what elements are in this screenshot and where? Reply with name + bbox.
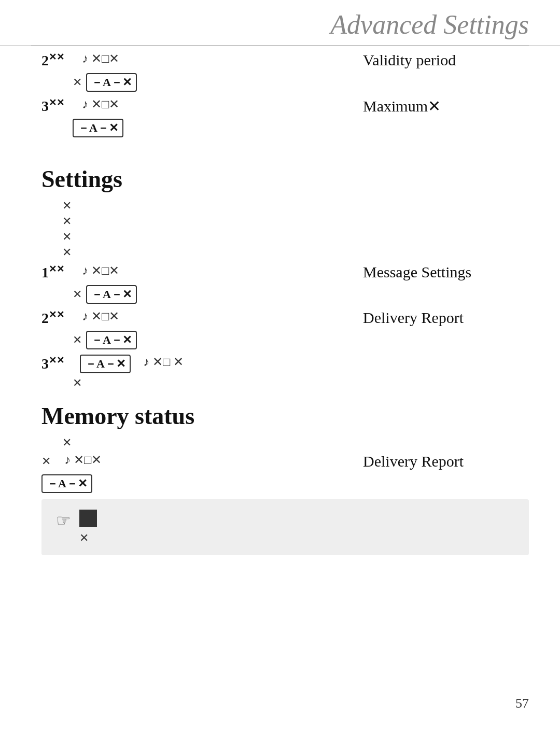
row-group-validity: 2✕✕ ♪ ✕□✕ Validity period ✕ －A－✕ [41,51,529,92]
main-content: Settings ✕ ✕ ✕ ✕ 1✕✕ ♪ ✕□✕ Message Setti… [0,143,560,576]
memory-symbol-row: ✕ [62,436,529,449]
cam-badge-3: －A－✕ [73,119,123,137]
cam-badge-mem: －A－✕ [41,474,529,493]
mem-row-icons: ♪ ✕□✕ [64,453,102,467]
symbol-2: ✕ [62,215,72,228]
entry-row-msg: 1✕✕ ♪ ✕□✕ Message Settings [41,263,529,282]
symbol-row-2: ✕ [62,215,529,228]
row-icons-2: ♪ ✕□✕ [82,51,120,66]
settings-entry-3: 3✕✕ －A－✕ ♪ ✕□ ✕ ✕ [41,355,529,390]
settings-entry-1: 1✕✕ ♪ ✕□✕ Message Settings ✕ －A－✕ [41,263,529,304]
note-content: ✕ [79,510,97,545]
mem-row-label-delivery: Delivery Report [363,453,529,470]
note-box: ☞ ✕ [41,499,529,555]
row-label-msg: Message Settings [363,263,529,281]
entry-row-2: 2✕✕ ♪ ✕□✕ Validity period [41,51,529,70]
note-symbol: ✕ [79,531,89,544]
row-label-delivery: Delivery Report [363,309,529,327]
row-icons-delivery: ♪ ✕□✕ [82,309,120,323]
page-number: 57 [515,696,529,711]
sub-row-maximum: －A－✕ [73,119,529,137]
memory-status-heading: Memory status [41,402,529,430]
cam-badge-msg: －A－✕ [86,285,137,304]
settings-entry-2: 2✕✕ ♪ ✕□✕ Delivery Report ✕ －A－✕ [41,309,529,349]
sub-symbol-delivery: ✕ [73,333,82,347]
page-header: Advanced Settings [0,0,560,46]
entry-row-3b: 3✕✕ －A－✕ ♪ ✕□ ✕ [41,355,529,373]
note-image [79,510,97,527]
symbol-1: ✕ [62,199,72,212]
row-group-maximum: 3✕✕ ♪ ✕□✕ Maximum✕ －A－✕ [41,97,529,137]
row-label-validity: Validity period [363,51,529,69]
sub-symbol-msg: ✕ [73,288,82,301]
top-entries: 2✕✕ ♪ ✕□✕ Validity period ✕ －A－✕ 3✕✕ ♪ ✕… [0,46,560,137]
entry-row-delivery: 2✕✕ ♪ ✕□✕ Delivery Report [41,309,529,328]
row-icons-3: ♪ ✕□✕ [82,97,120,111]
cam-badge-2: －A－✕ [86,73,137,92]
row-icons-msg: ♪ ✕□✕ [82,263,120,278]
symbol-4: ✕ [62,246,72,259]
sub-row-validity: ✕ －A－✕ [73,73,529,92]
symbol-3: ✕ [62,230,72,243]
row-icons-3b: ♪ ✕□ ✕ [143,355,184,369]
note-image-placeholder [79,510,97,529]
row-number-2: 2✕✕ [41,51,73,69]
note-icon: ☞ [56,511,71,530]
row-number-3b: 3✕✕ [41,355,73,372]
row-number-delivery: 2✕✕ [41,309,73,327]
memory-symbol: ✕ [62,436,72,449]
cam-badge-3b: －A－✕ [80,355,134,373]
page-title: Advanced Settings [330,10,529,39]
sub-row-3b: ✕ [73,376,529,390]
symbol-row-3: ✕ [62,230,529,244]
row-number-3: 3✕✕ [41,97,73,115]
settings-heading: Settings [41,165,529,193]
cam-badge-delivery: －A－✕ [86,331,137,349]
sub-symbol-2: ✕ [73,76,82,89]
row-label-maximum: Maximum✕ [363,97,529,115]
mem-sub-symbol: ✕ [41,455,51,468]
sub-row-msg: ✕ －A－✕ [73,285,529,304]
sub-symbol-3b: ✕ [73,376,82,390]
row-number-msg: 1✕✕ [41,263,73,281]
symbol-row-4: ✕ [62,246,529,259]
note-sub-text: ✕ [79,531,97,545]
memory-entry-delivery: ✕ ♪ ✕□✕ Delivery Report －A－✕ [41,453,529,493]
symbol-row-1: ✕ [62,199,529,213]
entry-row-3: 3✕✕ ♪ ✕□✕ Maximum✕ [41,97,529,116]
sub-row-delivery: ✕ －A－✕ [73,331,529,349]
entry-row-mem-delivery: ✕ ♪ ✕□✕ Delivery Report [41,453,529,471]
